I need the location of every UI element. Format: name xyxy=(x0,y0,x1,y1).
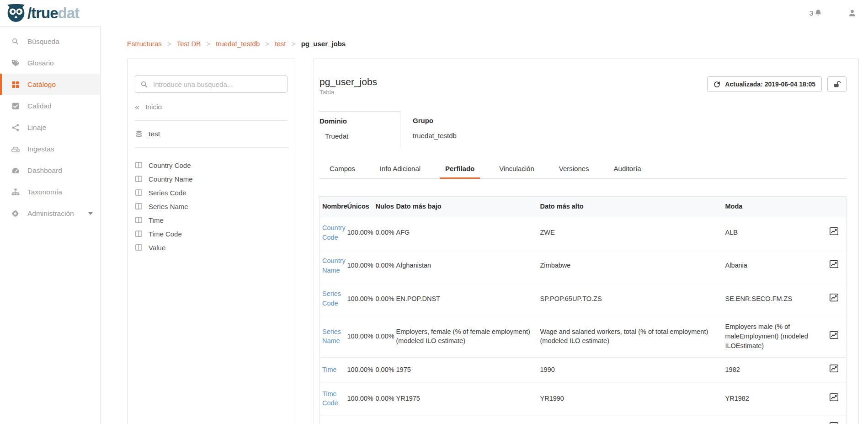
tab[interactable]: Perfilado xyxy=(440,160,480,179)
sidebar-item-label: Catálogo xyxy=(27,81,56,89)
breadcrumb-link[interactable]: test xyxy=(275,40,286,48)
chart-line-icon[interactable] xyxy=(830,227,838,235)
sidebar-item[interactable]: Taxonomía xyxy=(0,181,100,203)
structure-type: Tabla xyxy=(320,89,377,96)
check-square-icon xyxy=(11,102,20,110)
columns-icon xyxy=(135,217,143,223)
owl-logo-icon xyxy=(6,4,26,22)
lowest-value: Afghanistan xyxy=(394,249,538,282)
tab[interactable]: Vinculación xyxy=(494,160,539,179)
nulos-value: 0.00% xyxy=(373,415,394,424)
tree-column-item[interactable]: Country Code xyxy=(135,158,288,172)
chart-line-icon[interactable] xyxy=(830,393,838,401)
columns-icon xyxy=(135,244,143,251)
field-link[interactable]: Country Code xyxy=(322,224,346,241)
highest-value: SP.POP.65UP.TO.ZS xyxy=(538,282,723,315)
column-header: Moda xyxy=(723,197,825,216)
bell-icon xyxy=(815,9,822,17)
field-link[interactable]: Series Name xyxy=(322,328,341,345)
sidebar-item-label: Dashboard xyxy=(27,166,62,175)
grupo-value: truedat_testdb xyxy=(413,132,457,140)
sidebar-item[interactable]: Glosario xyxy=(0,52,100,74)
field-link[interactable]: Country Name xyxy=(322,257,346,274)
tree-column-item[interactable]: Time Code xyxy=(135,227,288,241)
tree-column-item[interactable]: Time xyxy=(135,213,288,227)
sidebar-item-label: Glosario xyxy=(27,59,54,67)
profile-row: Country Code 100.00% 0.00% AFG ZWE ALB xyxy=(320,216,847,249)
meta-section: Dominio Truedat Grupo truedat_testdb xyxy=(320,111,847,147)
sidebar-item-label: Búsqueda xyxy=(27,38,59,46)
lowest-value: AFG xyxy=(394,216,538,249)
sidebar-item[interactable]: Administración xyxy=(0,203,100,224)
tree-back-button[interactable]: « Inicio xyxy=(135,103,288,121)
gauge-icon xyxy=(11,167,20,174)
sidebar-item[interactable]: Calidad xyxy=(0,95,100,117)
user-icon[interactable] xyxy=(848,9,856,17)
sidebar-item[interactable]: Linaje xyxy=(0,117,100,138)
breadcrumb-separator: > xyxy=(206,40,210,48)
tab[interactable]: Info Adicional xyxy=(374,160,426,179)
tree-search-input[interactable] xyxy=(153,81,282,88)
tree-column-item[interactable]: Country Name xyxy=(135,172,288,186)
notifications-button[interactable]: 3 xyxy=(809,9,822,17)
chart-line-icon[interactable] xyxy=(830,294,838,301)
double-chevron-left-icon: « xyxy=(135,103,139,111)
breadcrumb-link[interactable]: Test DB xyxy=(177,40,201,48)
highest-value: ZWE xyxy=(538,216,723,249)
sidebar-item-label: Administración xyxy=(27,209,74,218)
profile-row: Series Name 100.00% 0.00% Employers, fem… xyxy=(320,315,847,358)
structure-detail-panel: pg_user_jobs Tabla Actualizada: 2019-06-… xyxy=(314,59,859,424)
column-header: Únicos xyxy=(345,197,373,216)
lock-button[interactable] xyxy=(827,76,847,92)
unicos-value: 100.00% xyxy=(345,358,373,382)
breadcrumb-separator: > xyxy=(265,40,269,48)
tree-column-label: Time Code xyxy=(149,230,182,238)
tab[interactable]: Campos xyxy=(324,160,361,179)
header-actions: 3 xyxy=(809,9,856,17)
dominio-label: Dominio xyxy=(320,117,400,125)
tree-column-label: Country Name xyxy=(149,175,193,183)
columns-icon xyxy=(135,203,143,209)
sitemap-icon xyxy=(11,188,20,196)
sidebar-item[interactable]: Dashboard xyxy=(0,160,100,181)
updated-label: Actualizada: 2019-06-04 18:05 xyxy=(725,81,815,88)
chart-line-icon[interactable] xyxy=(830,331,838,339)
chart-line-icon[interactable] xyxy=(830,422,838,424)
tree-root-item[interactable]: test xyxy=(135,121,288,148)
tree-column-list: Country Code Country Name Series Code Se… xyxy=(128,148,295,254)
truedat-logo[interactable]: /truedat xyxy=(6,4,79,22)
tree-column-item[interactable]: Series Code xyxy=(135,186,288,199)
field-link[interactable]: Time Code xyxy=(322,390,338,407)
tab[interactable]: Versiones xyxy=(554,160,595,179)
columns-icon xyxy=(135,176,143,182)
moda-value: Albania xyxy=(723,249,825,282)
unlock-icon xyxy=(833,81,841,88)
breadcrumb-link[interactable]: truedat_testdb xyxy=(216,40,260,48)
updated-button[interactable]: Actualizada: 2019-06-04 18:05 xyxy=(707,76,822,92)
sidebar-item[interactable]: Ingestas xyxy=(0,138,100,160)
tree-column-item[interactable]: Value xyxy=(135,241,288,254)
moda-value: 1982 xyxy=(723,358,825,382)
moda-value: Employers male (% of maleEmployment) (mo… xyxy=(723,315,825,358)
column-header: Dato más alto xyxy=(538,197,723,216)
tree-column-item[interactable]: Series Name xyxy=(135,199,288,213)
tab[interactable]: Auditoría xyxy=(608,160,647,179)
highest-value: Wage and salaried workers, total (% of t… xyxy=(538,315,723,358)
page-title: pg_user_jobs xyxy=(320,76,377,87)
nulos-value: 0.00% xyxy=(373,382,394,415)
column-header: Nombre xyxy=(320,197,345,216)
breadcrumb-separator: > xyxy=(292,40,296,48)
nulos-value: 0.00% xyxy=(373,282,394,315)
chart-line-icon[interactable] xyxy=(830,260,838,268)
field-link[interactable]: Series Code xyxy=(322,290,341,307)
lowest-value: Employers, female (% of female employmen… xyxy=(394,315,538,358)
database-icon xyxy=(135,130,143,138)
profile-table-header-row: Nombre Únicos Nulos Dato más bajo Dato m… xyxy=(320,197,847,216)
tree-column-label: Value xyxy=(149,244,165,252)
sidebar-item[interactable]: Búsqueda xyxy=(0,31,100,52)
field-link[interactable]: Time xyxy=(322,366,337,373)
chart-line-icon[interactable] xyxy=(830,365,838,372)
sidebar-item[interactable]: Catálogo xyxy=(0,74,100,95)
breadcrumb-link[interactable]: Estructuras xyxy=(127,40,162,48)
caret-down-icon xyxy=(88,212,93,215)
